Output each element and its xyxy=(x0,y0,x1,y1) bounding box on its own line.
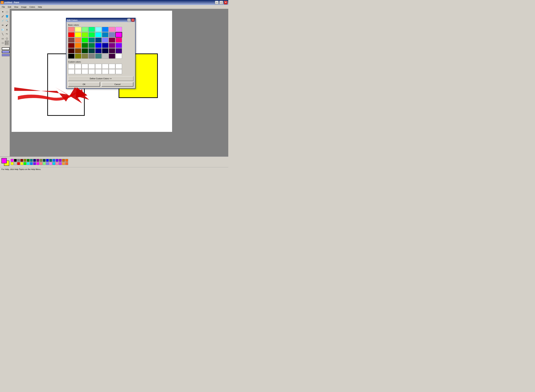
basic-color-cell[interactable] xyxy=(102,32,109,37)
palette-swatch[interactable] xyxy=(46,162,49,165)
palette-swatch[interactable] xyxy=(62,159,65,162)
basic-color-cell[interactable] xyxy=(75,48,81,53)
palette-swatch[interactable] xyxy=(20,159,23,162)
basic-color-cell[interactable] xyxy=(116,54,122,59)
palette-swatch[interactable] xyxy=(14,162,17,165)
basic-color-cell[interactable] xyxy=(95,43,102,48)
palette-swatch[interactable] xyxy=(56,159,58,162)
tool-eraser[interactable]: 🖊 xyxy=(1,14,5,18)
menu-help[interactable]: Help xyxy=(37,5,43,8)
tool-text[interactable]: A xyxy=(5,28,9,32)
basic-color-cell[interactable] xyxy=(102,27,109,32)
palette-swatch[interactable] xyxy=(52,162,55,165)
basic-color-cell[interactable] xyxy=(68,43,75,48)
palette-swatch[interactable] xyxy=(33,159,36,162)
basic-color-cell[interactable] xyxy=(88,54,95,59)
shape-opt-filled-outline[interactable] xyxy=(2,51,10,53)
palette-swatch[interactable] xyxy=(11,159,14,162)
basic-color-cell[interactable] xyxy=(109,54,115,59)
shape-opt-outline[interactable] xyxy=(2,47,10,50)
palette-swatch[interactable] xyxy=(20,162,23,165)
palette-swatch[interactable] xyxy=(56,162,58,165)
palette-swatch[interactable] xyxy=(40,159,43,162)
tool-ellipse[interactable]: ⬭ xyxy=(1,41,5,45)
custom-color-cell[interactable] xyxy=(82,64,88,69)
basic-color-cell[interactable] xyxy=(116,32,122,37)
basic-color-cell[interactable] xyxy=(109,43,115,48)
basic-color-cell[interactable] xyxy=(82,54,88,59)
custom-color-cell[interactable] xyxy=(95,64,102,69)
basic-color-cell[interactable] xyxy=(68,27,75,32)
tool-select-freeform[interactable]: ✦ xyxy=(1,10,5,14)
tool-curve[interactable]: 〜 xyxy=(5,32,9,36)
basic-color-cell[interactable] xyxy=(95,37,102,42)
palette-swatch[interactable] xyxy=(49,159,52,162)
palette-swatch[interactable] xyxy=(59,159,62,162)
basic-color-cell[interactable] xyxy=(109,27,115,32)
tool-airbrush[interactable]: 💨 xyxy=(1,28,5,32)
palette-swatch[interactable] xyxy=(46,159,49,162)
basic-color-cell[interactable] xyxy=(68,48,75,53)
palette-swatch[interactable] xyxy=(62,162,65,165)
basic-color-cell[interactable] xyxy=(116,48,122,53)
basic-color-cell[interactable] xyxy=(82,27,88,32)
basic-color-cell[interactable] xyxy=(88,43,95,48)
palette-swatch[interactable] xyxy=(17,162,20,165)
basic-color-cell[interactable] xyxy=(95,27,102,32)
palette-swatch[interactable] xyxy=(59,162,62,165)
basic-color-cell[interactable] xyxy=(116,27,122,32)
palette-swatch[interactable] xyxy=(52,159,55,162)
custom-color-cell[interactable] xyxy=(75,64,81,69)
menu-file[interactable]: File xyxy=(0,5,6,8)
basic-color-cell[interactable] xyxy=(75,37,81,42)
custom-color-cell[interactable] xyxy=(116,64,122,69)
foreground-color-box[interactable] xyxy=(1,158,7,163)
ok-button[interactable]: OK xyxy=(68,82,100,87)
basic-color-cell[interactable] xyxy=(88,32,95,37)
basic-color-cell[interactable] xyxy=(82,32,88,37)
dialog-close-button[interactable]: ✕ xyxy=(131,19,134,22)
minimize-button[interactable]: ─ xyxy=(215,1,219,5)
palette-swatch[interactable] xyxy=(65,162,68,165)
palette-swatch[interactable] xyxy=(27,162,30,165)
palette-swatch[interactable] xyxy=(43,159,46,162)
palette-swatch[interactable] xyxy=(11,162,14,165)
menu-colors[interactable]: Colors xyxy=(28,5,37,8)
close-button[interactable]: ✕ xyxy=(224,1,227,5)
palette-swatch[interactable] xyxy=(27,159,30,162)
basic-color-cell[interactable] xyxy=(75,54,81,59)
custom-color-cell[interactable] xyxy=(68,64,75,69)
palette-swatch[interactable] xyxy=(17,159,20,162)
basic-color-cell[interactable] xyxy=(68,32,75,37)
dialog-help-button[interactable]: ? xyxy=(127,19,131,22)
custom-color-cell[interactable] xyxy=(95,69,102,74)
basic-color-cell[interactable] xyxy=(116,37,122,42)
tool-polygon[interactable]: ⬡ xyxy=(5,36,9,41)
tool-fill[interactable]: 🪣 xyxy=(5,14,9,18)
basic-color-cell[interactable] xyxy=(102,54,109,59)
tool-line[interactable]: ╲ xyxy=(1,32,5,36)
custom-color-cell[interactable] xyxy=(116,69,122,74)
custom-color-cell[interactable] xyxy=(109,64,115,69)
basic-color-cell[interactable] xyxy=(109,32,115,37)
palette-swatch[interactable] xyxy=(33,162,36,165)
tool-rect[interactable]: ▭ xyxy=(1,36,5,41)
maximize-button[interactable]: □ xyxy=(219,1,223,5)
custom-color-cell[interactable] xyxy=(109,69,115,74)
custom-color-cell[interactable] xyxy=(68,69,75,74)
palette-swatch[interactable] xyxy=(43,162,46,165)
palette-swatch[interactable] xyxy=(65,159,68,162)
cancel-button[interactable]: Cancel xyxy=(101,82,133,87)
basic-color-cell[interactable] xyxy=(88,37,95,42)
basic-color-cell[interactable] xyxy=(75,43,81,48)
basic-color-cell[interactable] xyxy=(68,54,75,59)
custom-color-cell[interactable] xyxy=(82,69,88,74)
basic-color-cell[interactable] xyxy=(82,43,88,48)
basic-color-cell[interactable] xyxy=(109,37,115,42)
custom-color-cell[interactable] xyxy=(102,64,109,69)
custom-color-cell[interactable] xyxy=(88,69,95,74)
custom-color-cell[interactable] xyxy=(88,64,95,69)
palette-swatch[interactable] xyxy=(14,159,17,162)
palette-swatch[interactable] xyxy=(30,159,33,162)
basic-color-cell[interactable] xyxy=(82,48,88,53)
